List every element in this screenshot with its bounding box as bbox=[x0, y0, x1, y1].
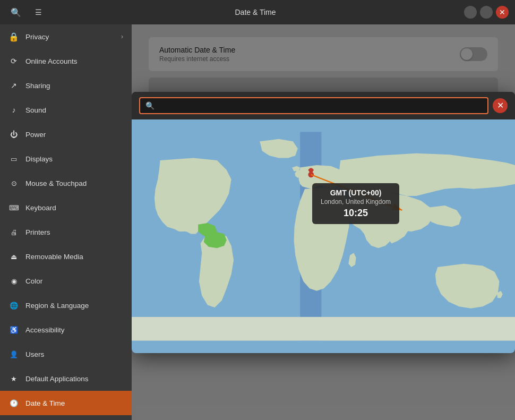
sidebar-label-removable-media: Removable Media bbox=[25, 253, 83, 261]
sidebar-label-region: Region & Language bbox=[25, 302, 89, 310]
accessibility-icon: ♿ bbox=[8, 326, 19, 334]
window-controls: − □ ✕ bbox=[464, 6, 509, 19]
sidebar-label-printers: Printers bbox=[25, 228, 50, 236]
world-map[interactable]: GMT (UTC+00) London, United Kingdom 10:2… bbox=[132, 119, 515, 353]
timezone-search-input[interactable] bbox=[159, 101, 482, 110]
sidebar-item-sharing[interactable]: ↗ Sharing bbox=[0, 73, 132, 98]
sidebar-item-online-accounts[interactable]: ⟳ Online Accounts bbox=[0, 49, 132, 73]
hamburger-icon: ☰ bbox=[35, 8, 42, 16]
default-apps-icon: ★ bbox=[8, 375, 19, 383]
color-icon: ◉ bbox=[8, 277, 19, 285]
sidebar-label-keyboard: Keyboard bbox=[25, 204, 56, 212]
users-icon: 👤 bbox=[8, 350, 19, 358]
sidebar-item-date-time[interactable]: 🕐 Date & Time bbox=[0, 391, 132, 415]
sidebar-item-default-applications[interactable]: ★ Default Applications bbox=[0, 366, 132, 391]
power-icon: ⏻ bbox=[8, 130, 19, 139]
sidebar-item-mouse[interactable]: ⊙ Mouse & Touchpad bbox=[0, 171, 132, 195]
sidebar-item-privacy[interactable]: 🔒 Privacy › bbox=[0, 24, 132, 49]
sharing-icon: ↗ bbox=[8, 81, 19, 90]
sidebar-label-sharing: Sharing bbox=[25, 82, 50, 90]
sidebar-label-privacy: Privacy bbox=[25, 33, 49, 41]
modal-search-icon: 🔍 bbox=[145, 101, 154, 110]
search-button[interactable]: 🔍 bbox=[6, 5, 25, 20]
main-layout: 🔒 Privacy › ⟳ Online Accounts ↗ Sharing … bbox=[0, 24, 515, 420]
privacy-icon: 🔒 bbox=[8, 32, 19, 42]
removable-media-icon: ⏏ bbox=[8, 253, 19, 261]
minimize-button[interactable]: − bbox=[464, 6, 477, 19]
sidebar-item-printers[interactable]: 🖨 Printers bbox=[0, 220, 132, 244]
sidebar-item-power[interactable]: ⏻ Power bbox=[0, 122, 132, 147]
modal-header: 🔍 ✕ bbox=[132, 92, 515, 119]
search-box[interactable]: 🔍 bbox=[139, 97, 488, 114]
timezone-picker-modal: 🔍 ✕ bbox=[132, 92, 515, 353]
maximize-button[interactable]: □ bbox=[480, 6, 493, 19]
keyboard-icon: ⌨ bbox=[8, 204, 19, 212]
modal-overlay: 🔍 ✕ bbox=[132, 24, 515, 420]
displays-icon: ▭ bbox=[8, 155, 19, 163]
search-icon: 🔍 bbox=[11, 7, 21, 18]
sound-icon: ♪ bbox=[8, 106, 19, 114]
titlebar: 🔍 ☰ Date & Time − □ ✕ bbox=[0, 0, 515, 24]
sidebar-item-region[interactable]: 🌐 Region & Language bbox=[0, 293, 132, 318]
sidebar-item-displays[interactable]: ▭ Displays bbox=[0, 147, 132, 171]
sidebar-label-default-apps: Default Applications bbox=[25, 375, 89, 383]
sidebar: 🔒 Privacy › ⟳ Online Accounts ↗ Sharing … bbox=[0, 24, 132, 420]
sidebar-label-mouse: Mouse & Touchpad bbox=[25, 179, 87, 187]
sidebar-label-color: Color bbox=[25, 277, 42, 285]
sidebar-label-power: Power bbox=[25, 131, 46, 139]
printers-icon: 🖨 bbox=[8, 228, 19, 236]
svg-rect-2 bbox=[132, 316, 515, 340]
content-area: Automatic Date & Time Requires internet … bbox=[132, 24, 515, 420]
sidebar-item-about[interactable]: ✦ About bbox=[0, 415, 132, 420]
sidebar-label-users: Users bbox=[25, 350, 44, 358]
sidebar-item-users[interactable]: 👤 Users bbox=[0, 342, 132, 366]
sidebar-label-date-time: Date & Time bbox=[25, 399, 65, 407]
sidebar-label-sound: Sound bbox=[25, 106, 46, 114]
mouse-icon: ⊙ bbox=[8, 179, 19, 187]
region-icon: 🌐 bbox=[8, 302, 19, 310]
close-button[interactable]: ✕ bbox=[496, 6, 509, 19]
sidebar-item-sound[interactable]: ♪ Sound bbox=[0, 98, 132, 122]
sidebar-item-removable-media[interactable]: ⏏ Removable Media bbox=[0, 244, 132, 269]
modal-close-button[interactable]: ✕ bbox=[493, 98, 508, 113]
online-accounts-icon: ⟳ bbox=[8, 57, 19, 65]
date-time-icon: 🕐 bbox=[8, 399, 19, 407]
window-title: Date & Time bbox=[47, 8, 464, 16]
sidebar-item-keyboard[interactable]: ⌨ Keyboard bbox=[0, 195, 132, 220]
sidebar-label-online-accounts: Online Accounts bbox=[25, 57, 78, 65]
map-svg bbox=[132, 119, 515, 353]
menu-button[interactable]: ☰ bbox=[30, 5, 47, 20]
sidebar-item-color[interactable]: ◉ Color bbox=[0, 269, 132, 293]
chevron-icon: › bbox=[121, 33, 123, 40]
sidebar-item-accessibility[interactable]: ♿ Accessibility bbox=[0, 318, 132, 342]
sidebar-label-accessibility: Accessibility bbox=[25, 326, 65, 334]
sidebar-label-displays: Displays bbox=[25, 155, 53, 163]
